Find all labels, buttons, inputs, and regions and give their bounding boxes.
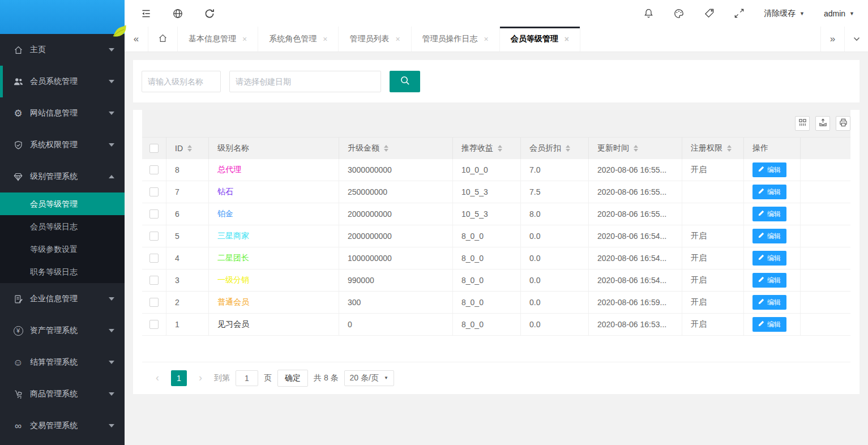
row-checkbox[interactable] — [149, 209, 159, 219]
cell-id: 7 — [166, 181, 209, 203]
edit-button[interactable]: 编辑 — [752, 207, 786, 221]
sidebar-subitem-member-level-log[interactable]: 会员等级日志 — [0, 215, 125, 238]
cell-reg: 开启 — [682, 225, 744, 247]
confirm-page-button[interactable]: 确定 — [277, 370, 308, 387]
filter-columns-button[interactable] — [795, 116, 810, 131]
sidebar-subitem-level-params[interactable]: 等级参数设置 — [0, 238, 125, 260]
sidebar-item-member-system[interactable]: 会员系统管理 — [0, 66, 125, 97]
globe-icon[interactable] — [172, 8, 183, 19]
tabs-menu-button[interactable] — [844, 27, 868, 52]
edit-button[interactable]: 编辑 — [752, 251, 786, 266]
column-header-id: ID — [166, 138, 209, 159]
tab-system-role[interactable]: 系统角色管理× — [258, 27, 339, 52]
print-icon — [839, 118, 848, 129]
cell-time: 2020-08-06 16:53... — [589, 314, 682, 335]
column-header-time: 更新时间 — [589, 138, 682, 159]
edit-button[interactable]: 编辑 — [752, 229, 786, 243]
sidebar-item-trade-management[interactable]: ∞交易管理系统 — [0, 410, 125, 442]
row-checkbox[interactable] — [149, 298, 159, 307]
edit-button[interactable]: 编辑 — [752, 162, 786, 177]
menu-fold-icon[interactable] — [140, 8, 152, 19]
create-date-input[interactable] — [229, 71, 381, 92]
sidebar-item-enterprise-info[interactable]: 企业信息管理 — [0, 283, 125, 315]
cell-id: 2 — [166, 292, 209, 313]
tab-member-level[interactable]: 会员等级管理× — [500, 27, 580, 52]
sidebar-item-home[interactable]: 主页 — [0, 34, 125, 66]
tab-admin-list[interactable]: 管理员列表× — [339, 27, 411, 52]
sort-icon[interactable] — [187, 145, 192, 152]
sidebar-item-goods-management[interactable]: 商品管理系统 — [0, 378, 125, 410]
table-row: 5三星商家20000000008_0_00.02020-08-06 16:54.… — [142, 225, 850, 247]
tab-close-icon[interactable]: × — [484, 35, 489, 44]
tabs-scroll-left-button[interactable]: « — [125, 27, 148, 52]
table-row: 2普通会员3008_0_00.02020-08-06 16:59...开启编辑 — [142, 292, 850, 314]
row-checkbox[interactable] — [149, 320, 159, 329]
page-size-select[interactable]: 20 条/页 ▼ — [344, 370, 394, 386]
sort-icon[interactable] — [727, 145, 732, 152]
sidebar-item-label: 系统权限管理 — [30, 140, 78, 150]
sort-icon[interactable] — [384, 145, 388, 152]
caret-down-icon: ▼ — [384, 375, 388, 380]
sidebar-item-settlement-management[interactable]: ☺结算管理系统 — [0, 346, 125, 378]
sidebar-item-level-system[interactable]: 级别管理系统 — [0, 161, 125, 192]
column-label: 会员折扣 — [529, 143, 561, 153]
edit-button[interactable]: 编辑 — [752, 185, 786, 199]
edit-button[interactable]: 编辑 — [752, 273, 786, 288]
sort-icon[interactable] — [498, 145, 502, 152]
tab-close-icon[interactable]: × — [565, 35, 569, 44]
goto-page-input[interactable] — [236, 370, 258, 386]
row-checkbox[interactable] — [149, 232, 159, 241]
next-page-button[interactable]: › — [193, 370, 208, 386]
sidebar-subitem-member-level-management[interactable]: 会员等级管理 — [0, 192, 125, 215]
tab-close-icon[interactable]: × — [242, 35, 247, 44]
home-icon — [11, 45, 25, 55]
tab-home[interactable] — [148, 27, 178, 52]
user-dropdown[interactable]: admin ▼ — [824, 9, 854, 18]
row-checkbox[interactable] — [149, 165, 159, 174]
select-all-checkbox[interactable] — [149, 144, 159, 153]
print-button[interactable] — [836, 116, 850, 131]
pencil-icon — [758, 320, 764, 328]
export-button[interactable] — [815, 116, 830, 131]
edit-button[interactable]: 编辑 — [752, 295, 786, 310]
theme-palette-icon[interactable] — [673, 8, 685, 19]
username: admin — [824, 9, 845, 18]
row-checkbox[interactable] — [149, 187, 159, 196]
sidebar-item-asset-management[interactable]: ¥资产管理系统 — [0, 315, 125, 346]
column-header-disc: 会员折扣 — [521, 138, 589, 159]
search-button[interactable] — [390, 71, 420, 92]
prev-page-button[interactable]: ‹ — [149, 370, 165, 386]
column-label: 操作 — [752, 143, 768, 153]
cell-op: 编辑 — [744, 314, 801, 335]
tab-label: 系统角色管理 — [269, 34, 317, 44]
sort-icon[interactable] — [566, 145, 570, 152]
tabs-scroll-right-button[interactable]: » — [820, 27, 844, 52]
fullscreen-icon[interactable] — [734, 8, 745, 19]
tab-close-icon[interactable]: × — [323, 35, 327, 44]
sidebar-subitem-job-level-log[interactable]: 职务等级日志 — [0, 260, 125, 283]
cell-name: 见习会员 — [209, 314, 339, 335]
sidebar-item-website-info[interactable]: ⚙网站信息管理 — [0, 97, 125, 129]
sidebar-item-label: 级别管理系统 — [30, 172, 78, 182]
tab-basic-info[interactable]: 基本信息管理× — [178, 27, 258, 52]
refresh-icon[interactable] — [204, 8, 215, 19]
cell-disc: 0.0 — [521, 247, 589, 269]
sort-icon[interactable] — [634, 145, 638, 152]
tag-icon[interactable] — [704, 8, 715, 19]
main-area: 清除缓存 ▼ admin ▼ « 基本信息管理×系统角色管理×管理员列表×管理员… — [125, 0, 868, 445]
row-checkbox[interactable] — [149, 276, 159, 285]
level-name-input[interactable] — [142, 71, 221, 92]
tab-close-icon[interactable]: × — [395, 35, 400, 44]
level-name: 普通会员 — [217, 297, 249, 307]
pencil-icon — [758, 188, 764, 196]
row-checkbox[interactable] — [149, 254, 159, 263]
table-toolbar — [142, 110, 850, 138]
cell-checkbox — [142, 292, 166, 313]
column-header-ref: 推荐收益 — [453, 138, 521, 159]
edit-button[interactable]: 编辑 — [752, 317, 786, 332]
sidebar-item-system-permission[interactable]: 系统权限管理 — [0, 129, 125, 161]
clear-cache-dropdown[interactable]: 清除缓存 ▼ — [764, 8, 805, 19]
tab-admin-oplog[interactable]: 管理员操作日志× — [412, 27, 500, 52]
bell-icon[interactable] — [643, 8, 654, 19]
cell-name: 总代理 — [209, 159, 339, 181]
